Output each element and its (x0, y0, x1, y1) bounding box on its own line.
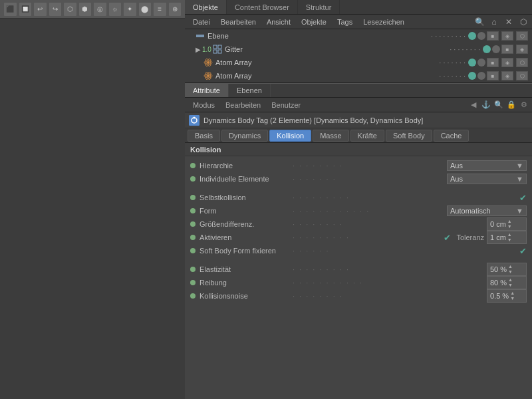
toolbar-btn-10[interactable]: ⬤ (138, 2, 152, 17)
checkbox-selbstkollision[interactable]: ✔ (519, 193, 527, 203)
spinner-noise[interactable]: 0.5 % ▲ ▼ (487, 289, 527, 303)
spinner-arrows-2[interactable]: ▲ ▼ (507, 232, 512, 243)
expand-icon[interactable]: ⬡ (517, 16, 529, 28)
spinner-down-2[interactable]: ▼ (507, 237, 512, 243)
menu-datei[interactable]: Datei (188, 17, 215, 27)
search-small-icon[interactable]: 🔍 (493, 100, 504, 110)
sub-tab-right-icons: ◀ ⚓ 🔍 🔒 ⚙ (468, 100, 529, 110)
tab-content-browser[interactable]: Content Browser (227, 0, 298, 14)
toolbar-btn-3[interactable]: ↩ (33, 2, 47, 17)
dropdown-individuelle[interactable]: Aus ▼ (447, 174, 527, 184)
spinner-up-4[interactable]: ▲ (508, 277, 513, 283)
svg-rect-29 (213, 45, 217, 49)
spinner-arrows-5[interactable]: ▲ ▼ (510, 291, 515, 301)
lock-icon[interactable]: 🔒 (506, 100, 517, 110)
right-panel: Objekte Content Browser Struktur Datei B… (185, 0, 532, 399)
spinner-up-5[interactable]: ▲ (510, 291, 515, 296)
spinner-reibung[interactable]: 80 % ▲ ▼ (487, 276, 527, 289)
menu-tags[interactable]: Tags (332, 17, 358, 27)
spinner-up-3[interactable]: ▲ (508, 264, 513, 269)
spinner-up-2[interactable]: ▲ (507, 232, 512, 237)
dyn-tab-dynamics[interactable]: Dynamics (221, 130, 268, 142)
prop-label-form: Form (200, 207, 293, 215)
spinner-down[interactable]: ▼ (507, 224, 512, 229)
spinner-value: 80 % (490, 279, 507, 287)
vis-dot-2[interactable] (477, 32, 485, 40)
prop-row-hierarchie: Hierarchie · · · · · · · · Aus ▼ (185, 159, 532, 172)
toolbar-btn-9[interactable]: ✦ (123, 2, 137, 17)
svg-rect-31 (213, 50, 217, 53)
sub-tab-modus[interactable]: Modus (188, 100, 220, 110)
list-item[interactable]: Atom Array · · · · · · · ■ ◈ ⬡ (185, 69, 532, 82)
sub-tab-bearbeiten[interactable]: Bearbeiten (220, 100, 266, 110)
menu-bearbeiten[interactable]: Bearbeiten (215, 17, 261, 27)
tab-ebenen[interactable]: Ebenen (229, 84, 271, 97)
vis-dot-1[interactable] (468, 72, 476, 80)
dropdown-hierarchie[interactable]: Aus ▼ (447, 160, 527, 171)
svg-point-33 (207, 61, 209, 64)
dots: · · · · · · · (293, 175, 447, 183)
vis-dot-2[interactable] (477, 72, 485, 80)
toolbar-btn-8[interactable]: ☼ (108, 2, 122, 17)
tab-struktur[interactable]: Struktur (298, 0, 340, 14)
list-item[interactable]: ▶ 1.0 Gitter · · · · · · · · ■ ◈ (185, 43, 532, 56)
close-icon[interactable]: ✕ (503, 16, 515, 28)
spinner-up[interactable]: ▲ (507, 219, 512, 224)
spinner-elastizitaet[interactable]: 50 % ▲ ▼ (487, 263, 527, 276)
spinner-toleranz[interactable]: 1 cm ▲ ▼ (487, 231, 527, 244)
spinner-arrows-4[interactable]: ▲ ▼ (508, 277, 513, 288)
list-item[interactable]: Atom Array · · · · · · · ■ ◈ ⬡ (185, 56, 532, 69)
dropdown-form[interactable]: Automatisch ▼ (447, 205, 527, 216)
spinner-groesse[interactable]: 0 cm ▲ ▼ (487, 217, 527, 231)
gear-icon[interactable]: ⚙ (519, 100, 529, 110)
prop-dot (190, 208, 196, 213)
dyn-tab-basis[interactable]: Basis (188, 130, 220, 142)
back-arrow-icon[interactable]: ◀ (468, 100, 479, 110)
list-item[interactable]: Ebene · · · · · · · · · ■ ◈ ⬡ (185, 29, 532, 43)
spinner-arrows[interactable]: ▲ ▼ (507, 219, 512, 229)
visibility-icons (468, 59, 485, 66)
top-tab-bar: Objekte Content Browser Struktur (185, 0, 532, 15)
toolbar-btn-4[interactable]: ↪ (49, 2, 63, 17)
attr-tab-bar: Attribute Ebenen (185, 83, 532, 98)
toolbar-btn-2[interactable]: 🔲 (19, 2, 33, 17)
spinner-down-3[interactable]: ▼ (508, 269, 513, 275)
prop-label-hierarchie: Hierarchie (200, 162, 293, 170)
tab-attribute[interactable]: Attribute (185, 84, 229, 97)
toolbar-btn-12[interactable]: ⊕ (168, 2, 182, 17)
menu-objekte[interactable]: Objekte (296, 17, 332, 27)
prop-row-form: Form · · · · · · · · · · · · Automatisch… (185, 204, 532, 217)
checkbox-aktivieren[interactable]: ✔ (444, 233, 451, 243)
checkbox-softbody[interactable]: ✔ (519, 246, 527, 256)
num-indicator: 1.0 (202, 46, 211, 53)
vis-dot-1[interactable] (483, 45, 491, 53)
anchor-icon[interactable]: ⚓ (481, 100, 491, 110)
toolbar-btn-1[interactable]: ⬛ (3, 2, 17, 17)
menu-ansicht[interactable]: Ansicht (261, 17, 296, 27)
spinner-arrows-3[interactable]: ▲ ▼ (508, 264, 513, 275)
vis-dot-1[interactable] (468, 59, 476, 66)
expand-arrow[interactable]: ▶ (196, 46, 201, 53)
spinner-down-4[interactable]: ▼ (508, 283, 513, 288)
section-title: Kollision (190, 146, 221, 154)
toolbar-btn-7[interactable]: ◎ (93, 2, 107, 17)
prop-row-individuelle: Individuelle Elemente · · · · · · · Aus … (185, 172, 532, 186)
toolbar-btn-6[interactable]: ⬢ (78, 2, 92, 17)
search-icon[interactable]: 🔍 (473, 16, 485, 28)
object-thumbnail-3: ⬡ (516, 71, 528, 80)
toolbar-btn-5[interactable]: ⬡ (63, 2, 77, 17)
tab-objekte[interactable]: Objekte (185, 0, 227, 14)
menu-lesezeichen[interactable]: Lesezeichen (358, 17, 410, 27)
dyn-tab-cache[interactable]: Cache (434, 130, 469, 142)
vis-dot-1[interactable] (468, 32, 476, 40)
dyn-tab-soft-body[interactable]: Soft Body (386, 130, 432, 142)
spinner-down-5[interactable]: ▼ (510, 296, 515, 301)
dyn-tab-kraefte[interactable]: Kräfte (350, 130, 384, 142)
home-icon[interactable]: ⌂ (488, 16, 500, 28)
vis-dot-2[interactable] (477, 59, 485, 66)
dyn-tab-kollision[interactable]: Kollision (269, 130, 311, 142)
vis-dot-2[interactable] (492, 45, 500, 53)
dyn-tab-masse[interactable]: Masse (313, 130, 348, 142)
toolbar-btn-11[interactable]: ≡ (153, 2, 167, 17)
sub-tab-benutzer[interactable]: Benutzer (266, 100, 306, 110)
